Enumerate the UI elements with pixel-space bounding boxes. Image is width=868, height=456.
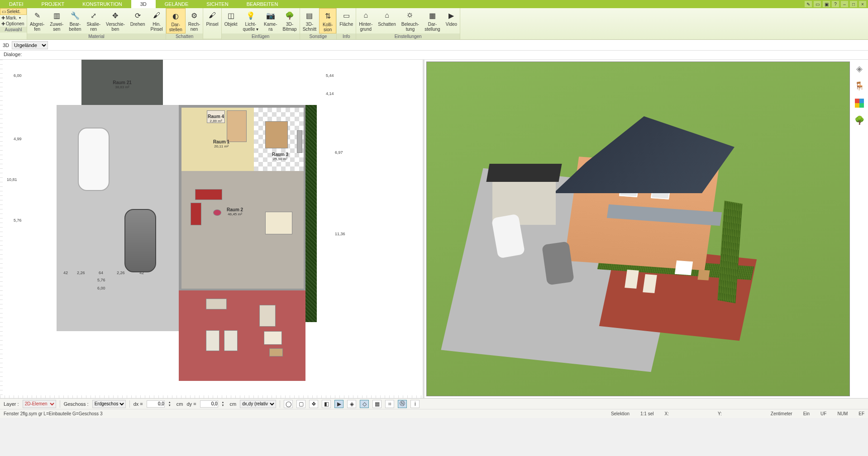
ruler-vertical	[0, 60, 3, 398]
ribbon-btn-wrench[interactable]: 🔧Bear- beiten	[66, 8, 84, 33]
status-uf: UF	[820, 411, 826, 416]
dx-unit: cm	[176, 401, 183, 407]
status-bar: Fenster 2flg.sym gr L=Einbauteile G=Gesc…	[0, 409, 868, 418]
ribbon-group-Sonstige: ▤3D- Schnitt⇅Kolli- sionSonstige	[300, 8, 337, 39]
ribbon-btn-light[interactable]: ⛭Beleuch- tung	[399, 8, 422, 33]
layers-icon[interactable]: ◈	[854, 63, 865, 74]
dx-input[interactable]	[147, 400, 165, 408]
ribbon-group-Schatten: ◐Dar- stellen⚙Rech- nenSchatten	[166, 8, 204, 39]
ribbon-btn-brush2[interactable]: 🖌Pinsel	[203, 8, 221, 38]
mark-dropdown[interactable]: ✚Mark.	[0, 15, 27, 21]
maximize-icon[interactable]: □	[850, 1, 857, 7]
box-icon[interactable]: ▭	[814, 1, 821, 7]
multi-icon[interactable]: ❖	[309, 400, 318, 408]
dy-label: dy =	[186, 401, 196, 407]
tab-3d[interactable]: 3D	[131, 0, 156, 8]
ribbon-btn-collision[interactable]: ⇅Kolli- sion	[319, 8, 336, 33]
plan-drawing: Raum 2138,83 m² Raum	[27, 60, 335, 394]
ribbon-btn-brush[interactable]: 🖌Hin. Pinsel	[148, 8, 166, 33]
ribbon-btn-shadow[interactable]: ◐Dar- stellen	[166, 8, 186, 33]
collision-icon: ⇅	[322, 10, 333, 21]
3d-view[interactable]	[426, 62, 850, 396]
dim-bottom-garage: 6,00	[97, 286, 105, 290]
ribbon: ▭Selekt. ✚Mark. ✚Optionen Auswahl ✎Abgre…	[0, 8, 868, 40]
shadow-icon: ◐	[170, 10, 181, 21]
palette-icon[interactable]	[854, 98, 865, 109]
layer-combo[interactable]: Urgelände	[12, 41, 48, 49]
ribbon-label: Beleuch- tung	[401, 22, 419, 32]
ribbon-label: Drehen	[130, 22, 145, 27]
terrace	[179, 290, 305, 381]
tab-gelaende[interactable]: GELÄNDE	[156, 0, 198, 8]
dim-left-1: 6,00	[14, 73, 22, 78]
dim-bg2: 2,26	[77, 271, 85, 275]
floorplan-view[interactable]: Raum 2138,83 m² Raum	[0, 60, 424, 398]
snap-icon[interactable]: ▢	[296, 400, 305, 408]
area-icon: ▭	[341, 10, 352, 21]
tab-datei[interactable]: DATEI	[0, 0, 33, 8]
folder-icon[interactable]: ▣	[823, 1, 830, 7]
status-y: Y:	[718, 411, 722, 416]
ribbon-btn-camera[interactable]: 📷Kame- ra	[261, 8, 280, 33]
i-icon[interactable]: i	[410, 400, 420, 408]
dy-unit: cm	[230, 401, 237, 407]
ribbon-btn-shadow2[interactable]: ⌂Schatten	[375, 8, 398, 33]
help-icon[interactable]: ?	[832, 1, 839, 7]
selekt-button[interactable]: ▭Selekt.	[0, 8, 27, 15]
tab-bearbeiten[interactable]: BEARBEITEN	[238, 0, 287, 8]
ribbon-btn-rotate[interactable]: ⟳Drehen	[128, 8, 148, 33]
ribbon-btn-area[interactable]: ▭Fläche	[337, 8, 356, 33]
tab-sichten[interactable]: SICHTEN	[197, 0, 237, 8]
ribbon-label: Abgrei- fen	[30, 22, 44, 32]
ribbon-btn-video[interactable]: ▶Video	[443, 8, 460, 33]
ribbon-label: Licht- quelle ▾	[243, 22, 258, 32]
minimize-icon[interactable]: –	[841, 1, 848, 7]
ribbon-btn-calc[interactable]: ⚙Rech- nen	[186, 8, 203, 33]
ribbon-group-Material: ✎Abgrei- fen▥Zuwei- sen🔧Bear- beiten⤢Ska…	[27, 8, 166, 39]
ribbon-btn-bulb[interactable]: 💡Licht- quelle ▾	[240, 8, 261, 33]
tab-projekt[interactable]: PROJEKT	[33, 0, 74, 8]
diamond-icon[interactable]: ◇	[360, 400, 369, 408]
tree-icon[interactable]: 🌳	[854, 115, 865, 126]
ribbon-btn-section[interactable]: ▤3D- Schnitt	[300, 8, 320, 33]
ribbon-btn-eyedropper[interactable]: ✎Abgrei- fen	[27, 8, 47, 33]
optionen-button[interactable]: ✚Optionen	[0, 21, 27, 27]
room-4-label: Raum 42,89 m²	[208, 114, 224, 123]
ribbon-btn-display[interactable]: ▦Dar- stellung	[422, 8, 443, 33]
chair-3d	[697, 270, 710, 280]
tab-konstruktion[interactable]: KONSTRUKTION	[73, 0, 131, 8]
brush2-icon: 🖌	[207, 10, 218, 21]
ribbon-label: Hinter- grund	[359, 22, 372, 32]
ribbon-btn-move[interactable]: ✥Verschie- ben	[103, 8, 128, 33]
ribbon-label: Zuwei- sen	[50, 22, 63, 32]
ribbon-btn-scale[interactable]: ⤢Skalie- ren	[84, 8, 104, 33]
layers2-icon[interactable]: ◈	[347, 400, 356, 408]
dy-input[interactable]	[200, 400, 218, 408]
ribbon-label: Fläche	[339, 22, 353, 27]
grid-icon[interactable]: ▦	[372, 400, 382, 408]
assign-icon: ▥	[51, 10, 62, 21]
sofa-1	[195, 189, 222, 200]
ribbon-btn-cube[interactable]: ◫Objekt	[222, 8, 240, 33]
brush-icon: 🖌	[151, 10, 162, 21]
compass-icon[interactable]: Ⓝ	[398, 400, 407, 408]
arrow-icon[interactable]: ▶	[334, 400, 343, 408]
hash-icon[interactable]: ⌗	[385, 400, 394, 408]
bulb-icon: 💡	[245, 10, 256, 21]
bg-icon: ⌂	[360, 10, 371, 21]
geschoss-select[interactable]: Erdgeschos	[92, 400, 126, 408]
furniture-icon[interactable]: 🪑	[854, 81, 865, 91]
dim-right-1: 5,44	[326, 73, 334, 78]
ribbon-btn-bg[interactable]: ⌂Hinter- grund	[356, 8, 375, 33]
light-icon: ⛭	[405, 10, 415, 21]
dialoge-bar: Dialoge:	[0, 51, 868, 60]
ribbon-btn-assign[interactable]: ▥Zuwei- sen	[47, 8, 66, 33]
ref-icon[interactable]: ◧	[322, 400, 331, 408]
cube-icon: ◫	[225, 10, 236, 21]
close-icon[interactable]: ×	[859, 1, 866, 7]
pencil-icon[interactable]: ✎	[805, 1, 812, 7]
ribbon-btn-tree[interactable]: 🌳3D- Bitmap	[280, 8, 300, 33]
relative-select[interactable]: dx,dy (relativ ka	[240, 400, 276, 408]
ortho-icon[interactable]: ◯	[284, 400, 293, 408]
layer-select[interactable]: 2D-Elemen	[23, 400, 56, 408]
